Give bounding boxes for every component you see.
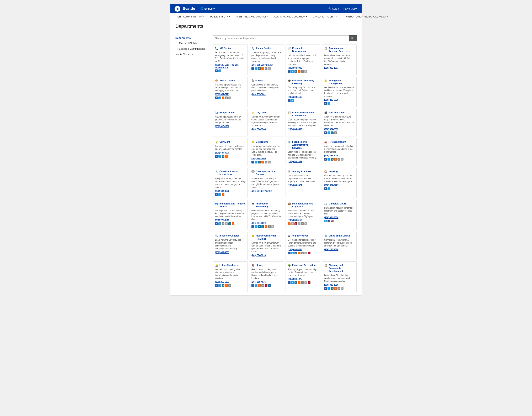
nh-social-icon[interactable]: n bbox=[304, 252, 307, 254]
li-social-icon[interactable]: in bbox=[268, 284, 271, 287]
nh-social-icon[interactable]: n bbox=[298, 222, 301, 225]
dept-name[interactable]: Auditor bbox=[255, 79, 263, 82]
dept-name[interactable]: Animal Shelter bbox=[256, 47, 272, 50]
wp-social-icon[interactable]: w bbox=[222, 155, 224, 158]
tw-social-icon[interactable]: t bbox=[328, 102, 330, 105]
fb-social-icon[interactable]: f bbox=[288, 281, 291, 284]
sidebar-item-media-contacts[interactable]: Media Contacts bbox=[175, 52, 209, 57]
rss-social-icon[interactable]: r bbox=[298, 252, 301, 254]
dept-name[interactable]: Fire Department bbox=[329, 140, 346, 143]
dept-name[interactable]: Labor Standards bbox=[219, 264, 238, 267]
tw-social-icon[interactable]: t bbox=[218, 284, 221, 287]
tw-social-icon[interactable]: t bbox=[218, 97, 221, 99]
rss-social-icon[interactable]: r bbox=[334, 287, 337, 290]
dept-name[interactable]: Ethics and Elections Commission bbox=[292, 111, 318, 117]
dept-phone[interactable]: (206) 625-5011 (For non-emergencies) bbox=[215, 64, 245, 69]
pi-social-icon[interactable]: p bbox=[294, 222, 297, 225]
dept-phone[interactable]: (206) 386-1400 bbox=[324, 155, 354, 157]
dept-name[interactable]: Inspector General bbox=[219, 234, 239, 237]
nh-social-icon[interactable]: n bbox=[304, 281, 307, 284]
em-social-icon[interactable]: @ bbox=[222, 222, 224, 225]
wp-social-icon[interactable]: w bbox=[294, 252, 297, 254]
em-social-icon[interactable]: @ bbox=[301, 222, 304, 225]
nav-item-public-safety[interactable]: PUBLIC SAFETY▾ bbox=[207, 13, 233, 20]
tw-social-icon[interactable]: t bbox=[324, 220, 327, 222]
dept-phone[interactable]: (206) 684-8600 bbox=[215, 190, 245, 192]
dept-phone[interactable]: (206) 684-8090 bbox=[288, 67, 318, 69]
wp-social-icon[interactable]: w bbox=[294, 70, 297, 73]
pi-social-icon[interactable]: p bbox=[308, 281, 311, 284]
dept-phone[interactable]: (206) 727-8515 bbox=[215, 219, 245, 221]
em-social-icon[interactable]: @ bbox=[265, 67, 267, 70]
nh-social-icon[interactable]: n bbox=[228, 97, 231, 99]
pay-or-apply-button[interactable]: Pay or Apply bbox=[343, 7, 357, 10]
in-social-icon[interactable]: 📷 bbox=[331, 220, 333, 222]
fb-social-icon[interactable]: f bbox=[324, 188, 327, 190]
fb-social-icon[interactable]: f bbox=[288, 70, 291, 73]
dept-phone[interactable]: (206) 684-5600 bbox=[324, 216, 354, 219]
dept-name[interactable]: Library bbox=[256, 264, 264, 267]
tw-social-icon[interactable]: t bbox=[218, 222, 221, 225]
dept-phone[interactable]: (206) 386-1010 bbox=[324, 284, 354, 286]
dept-phone[interactable]: (206) 684-4075 bbox=[288, 278, 318, 280]
rss-social-icon[interactable]: r bbox=[225, 155, 228, 158]
tw-social-icon[interactable]: t bbox=[218, 155, 221, 158]
dept-phone[interactable]: (206) 615-1962 bbox=[215, 125, 245, 128]
rss-social-icon[interactable]: r bbox=[222, 193, 224, 196]
fb-social-icon[interactable]: f bbox=[215, 284, 218, 287]
em-social-icon[interactable]: @ bbox=[265, 161, 267, 163]
em-social-icon[interactable]: @ bbox=[228, 284, 231, 287]
dept-name[interactable]: Housing bbox=[329, 170, 338, 173]
sidebar-item-boards-commissions[interactable]: ›Boards & Commissions bbox=[175, 46, 209, 52]
wp-social-icon[interactable]: w bbox=[331, 287, 333, 290]
site-title[interactable]: Seattle bbox=[183, 7, 195, 11]
rss-social-icon[interactable]: r bbox=[222, 97, 224, 99]
em-social-icon[interactable]: @ bbox=[334, 131, 337, 134]
tw-social-icon[interactable]: t bbox=[255, 161, 257, 163]
nav-item-transportation-and-development[interactable]: TRANSPORTATION AND DEVELOPMENT▾ bbox=[340, 13, 391, 20]
em-social-icon[interactable]: @ bbox=[337, 158, 340, 161]
dept-phone[interactable]: (206) 390-1567 bbox=[324, 67, 354, 69]
nh-social-icon[interactable]: n bbox=[271, 225, 274, 228]
rss-social-icon[interactable]: r bbox=[265, 225, 267, 228]
rss-social-icon[interactable]: r bbox=[334, 158, 337, 161]
dept-name[interactable]: Arts & Culture bbox=[219, 79, 235, 82]
dept-phone[interactable]: (206) 684-7171 bbox=[215, 93, 245, 96]
rss-social-icon[interactable]: r bbox=[298, 281, 301, 284]
rss-social-icon[interactable]: r bbox=[225, 284, 228, 287]
nav-item-city-administration[interactable]: CITY ADMINISTRATION▾ bbox=[175, 13, 207, 20]
fb-social-icon[interactable]: f bbox=[324, 102, 327, 105]
dept-name[interactable]: Planning and Community Development bbox=[329, 264, 354, 273]
em-social-icon[interactable]: @ bbox=[301, 70, 304, 73]
tw-social-icon[interactable]: t bbox=[255, 284, 257, 287]
nh-social-icon[interactable]: n bbox=[304, 70, 307, 73]
em-social-icon[interactable]: @ bbox=[268, 225, 271, 228]
nh-social-icon[interactable]: n bbox=[225, 222, 228, 225]
fb-social-icon[interactable]: f bbox=[215, 222, 218, 225]
sidebar-item-departments[interactable]: Departments bbox=[175, 35, 209, 41]
dept-phone[interactable]: (206) 684-0600 bbox=[251, 222, 282, 224]
nh-social-icon[interactable]: n bbox=[341, 158, 343, 161]
dept-phone[interactable]: (206) 386-4636 bbox=[251, 281, 282, 283]
tw-social-icon[interactable]: t bbox=[218, 69, 221, 72]
dept-name[interactable]: 911 Center bbox=[219, 47, 231, 50]
header-search-button[interactable]: 🔍 Search bbox=[328, 7, 340, 10]
pi-social-icon[interactable]: p bbox=[308, 252, 311, 254]
dept-name[interactable]: Municipal Archives, City Clerk bbox=[292, 202, 318, 208]
dept-name[interactable]: Budget Office bbox=[219, 111, 234, 114]
fb-social-icon[interactable]: f bbox=[215, 97, 218, 99]
wp-social-icon[interactable]: w bbox=[294, 281, 297, 284]
wp-social-icon[interactable]: w bbox=[228, 222, 231, 225]
rss-social-icon[interactable]: r bbox=[298, 70, 301, 73]
fb-social-icon[interactable]: f bbox=[251, 67, 254, 70]
fb-social-icon[interactable]: f bbox=[324, 158, 327, 161]
nav-item-assistance-and-utilities[interactable]: ASSISTANCE AND UTILITIES▾ bbox=[233, 13, 271, 20]
tw-social-icon[interactable]: t bbox=[255, 225, 257, 228]
tw-social-icon[interactable]: t bbox=[328, 188, 330, 190]
fb-social-icon[interactable]: f bbox=[324, 131, 327, 134]
dept-name[interactable]: Education and Early Learning bbox=[292, 79, 318, 85]
dept-name[interactable]: Emergency Management bbox=[329, 79, 354, 85]
dept-name[interactable]: Civil Rights bbox=[256, 140, 268, 143]
dept-phone[interactable]: (206) 684-0521 bbox=[288, 184, 318, 186]
tw-social-icon[interactable]: t bbox=[291, 99, 294, 102]
